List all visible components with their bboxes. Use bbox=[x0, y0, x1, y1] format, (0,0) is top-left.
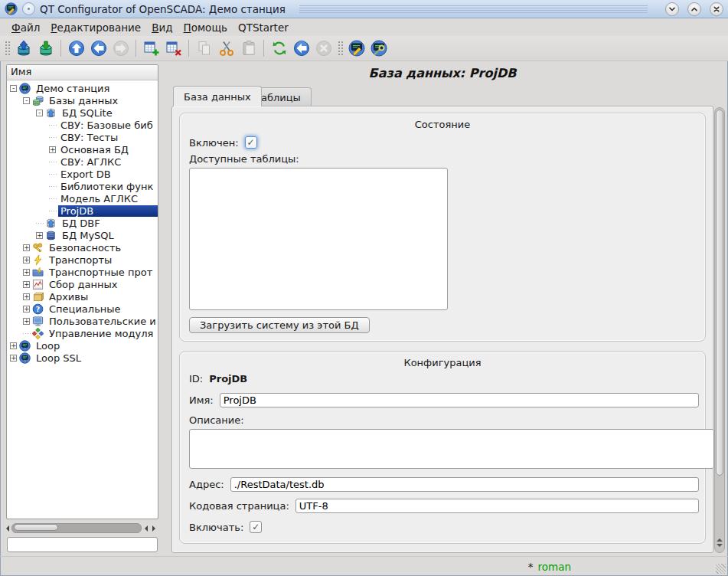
tree-item[interactable]: +Loop bbox=[7, 339, 158, 352]
window-menu-button[interactable] bbox=[22, 2, 35, 15]
refresh-button[interactable] bbox=[269, 38, 289, 59]
paste-item-button[interactable] bbox=[238, 38, 259, 59]
go-up-button[interactable] bbox=[66, 38, 87, 59]
main-vertical-scrollbar[interactable] bbox=[714, 107, 725, 553]
add-item-button[interactable] bbox=[141, 38, 162, 59]
qtcfg-starter-alt-button[interactable] bbox=[368, 38, 389, 59]
codepage-input[interactable] bbox=[295, 499, 699, 513]
tree-item[interactable]: +Loop SSL bbox=[7, 352, 158, 364]
close-button[interactable] bbox=[710, 2, 723, 16]
expand-icon[interactable]: + bbox=[23, 318, 30, 325]
scroll-left-icon[interactable] bbox=[142, 525, 148, 532]
scroll-down-icon[interactable] bbox=[717, 544, 723, 550]
tool-bar bbox=[0, 36, 728, 61]
qtcfg-starter-button[interactable] bbox=[346, 38, 367, 59]
collapse-icon[interactable]: - bbox=[10, 85, 17, 92]
enabled-checkbox[interactable]: ✓ bbox=[245, 136, 257, 149]
expand-icon[interactable]: + bbox=[23, 293, 30, 300]
collapse-icon[interactable]: - bbox=[23, 97, 30, 104]
tree-item[interactable]: Управление модуля bbox=[7, 327, 158, 339]
item-delete-icon bbox=[165, 40, 182, 57]
go-back-button[interactable] bbox=[88, 38, 109, 59]
db-mysql-icon bbox=[45, 230, 57, 241]
tree-item[interactable]: -Демо станция bbox=[7, 82, 158, 94]
expand-icon[interactable]: + bbox=[10, 355, 17, 362]
tree-item-label: Основная БД bbox=[58, 144, 131, 155]
scroll-left-icon[interactable] bbox=[3, 525, 9, 532]
tree-item[interactable]: +Сбор данных bbox=[7, 278, 158, 290]
tree-item[interactable]: +Пользовательские и bbox=[7, 315, 158, 327]
menu-edit[interactable]: Редактирование bbox=[45, 20, 146, 35]
tree-item[interactable]: ProjDB bbox=[7, 205, 158, 217]
minimize-button[interactable] bbox=[665, 2, 679, 16]
expand-icon[interactable]: + bbox=[36, 232, 43, 239]
scroll-up-icon[interactable] bbox=[717, 535, 723, 542]
tables-listbox[interactable] bbox=[189, 168, 448, 310]
copy-item-button[interactable] bbox=[194, 38, 214, 59]
expand-icon[interactable]: + bbox=[49, 146, 56, 153]
cut-item-button[interactable] bbox=[216, 38, 237, 59]
go-forward-button[interactable] bbox=[110, 38, 131, 59]
tree-item[interactable]: -БД SQLite bbox=[7, 106, 158, 119]
tree-item[interactable]: СВУ: Базовые биб bbox=[7, 119, 158, 131]
tree-item[interactable]: СВУ: АГЛКС bbox=[7, 155, 158, 168]
start-update-button[interactable] bbox=[291, 38, 312, 59]
tree-filter-input[interactable] bbox=[7, 537, 158, 552]
tree-item[interactable]: +БД MySQL bbox=[7, 229, 158, 241]
menu-view[interactable]: Вид bbox=[146, 20, 178, 35]
tree-item[interactable]: +Безопасность bbox=[7, 241, 158, 254]
tree-item-label: Транспортные прот bbox=[47, 267, 155, 278]
tree-item[interactable]: +Транспорты bbox=[7, 254, 158, 266]
tree-item[interactable]: +Основная БД bbox=[7, 143, 158, 155]
stop-update-button[interactable] bbox=[313, 38, 334, 59]
tree-item[interactable]: БД DBF bbox=[7, 217, 158, 229]
tree-header[interactable]: Имя bbox=[7, 65, 158, 80]
config-group-title: Конфигурация bbox=[186, 357, 699, 368]
check-icon: ✓ bbox=[252, 522, 260, 532]
expand-icon[interactable]: + bbox=[23, 269, 30, 276]
toolbar-handle-icon[interactable] bbox=[337, 40, 343, 57]
name-input[interactable] bbox=[220, 393, 699, 407]
tree-item[interactable]: -Базы данных bbox=[7, 94, 158, 106]
menu-bar: Файл Редактирование Вид Помощь QTStarter bbox=[0, 18, 728, 36]
host-icon bbox=[19, 352, 31, 364]
tree-item[interactable]: +?Специальные bbox=[7, 303, 158, 315]
tree-item-label: СВУ: Тесты bbox=[58, 132, 120, 143]
toenable-checkbox[interactable]: ✓ bbox=[250, 521, 262, 533]
save-to-db-button[interactable] bbox=[35, 38, 56, 59]
tree-item[interactable]: +Архивы bbox=[7, 290, 158, 303]
scrollbar-track[interactable] bbox=[11, 523, 142, 533]
paste-icon bbox=[240, 40, 257, 57]
scroll-right-icon[interactable] bbox=[152, 525, 158, 532]
name-label: Имя: bbox=[189, 394, 214, 406]
addr-input[interactable] bbox=[230, 477, 699, 492]
tree-item[interactable]: +Транспортные прот bbox=[7, 266, 158, 278]
expand-icon[interactable]: + bbox=[23, 244, 30, 251]
resize-grip-icon[interactable] bbox=[716, 564, 726, 574]
tab-database[interactable]: База данных bbox=[173, 86, 262, 106]
tree-item-label: БД MySQL bbox=[60, 230, 116, 241]
menu-file[interactable]: Файл bbox=[6, 20, 45, 35]
collapse-icon[interactable]: - bbox=[36, 110, 43, 116]
menu-qtstarter[interactable]: QTStarter bbox=[233, 20, 294, 35]
tree-item[interactable]: Модель АГЛКС bbox=[7, 192, 158, 205]
load-system-button[interactable]: Загрузить систему из этой БД bbox=[189, 317, 370, 333]
menu-help[interactable]: Помощь bbox=[178, 20, 233, 35]
delete-item-button[interactable] bbox=[163, 38, 184, 59]
tree-item[interactable]: Export DB bbox=[7, 168, 158, 180]
chevron-down-icon bbox=[668, 5, 676, 13]
expand-icon[interactable]: + bbox=[10, 342, 17, 349]
expand-icon[interactable]: + bbox=[23, 257, 30, 263]
tree-item-label: Управление модуля bbox=[47, 328, 155, 339]
tree-item[interactable]: Библиотеки функ bbox=[7, 180, 158, 192]
db-save-icon bbox=[38, 40, 54, 57]
maximize-button[interactable] bbox=[687, 2, 701, 16]
toolbar-handle-icon[interactable] bbox=[4, 40, 10, 57]
tree-item[interactable]: СВУ: Тесты bbox=[7, 131, 158, 143]
scrollbar-thumb[interactable] bbox=[14, 524, 58, 531]
expand-icon[interactable]: + bbox=[23, 281, 30, 288]
load-from-db-button[interactable] bbox=[13, 38, 34, 59]
scrollbar-thumb[interactable] bbox=[716, 110, 723, 476]
descr-textarea[interactable] bbox=[189, 429, 714, 469]
expand-icon[interactable]: + bbox=[23, 306, 30, 313]
